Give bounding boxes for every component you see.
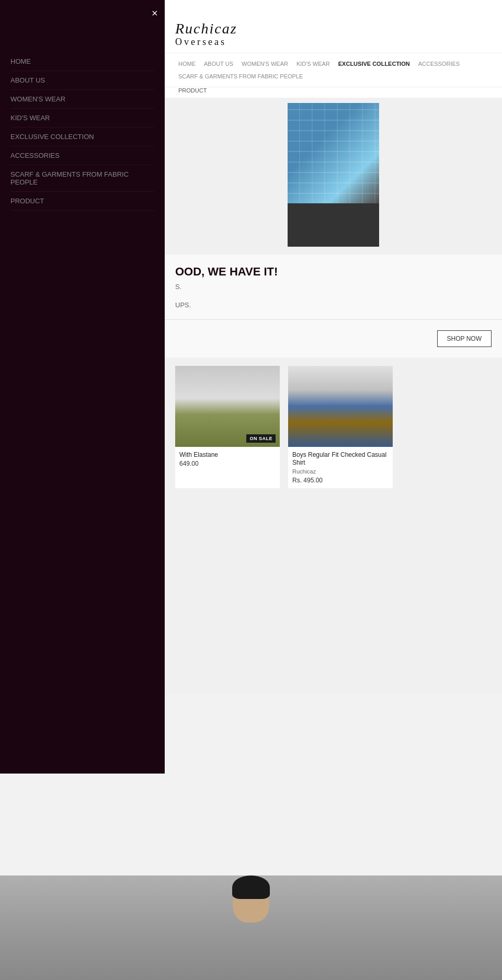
shop-now-section: SHOP NOW xyxy=(165,319,502,358)
nav-scarf-garments[interactable]: SCARF & GARMENTS FROM FABRIC PEOPLE xyxy=(175,71,306,82)
nav-exclusive-collection[interactable]: EXCLUSIVE COLLECTION xyxy=(335,59,413,69)
mobile-menu-item-product[interactable]: PRODUCT xyxy=(10,192,154,211)
mobile-menu-item-accessories[interactable]: ACCESSORIES xyxy=(10,146,154,165)
mobile-menu-item-womens[interactable]: WOMEN'S WEAR xyxy=(10,90,154,109)
mobile-menu-item-home[interactable]: HOME xyxy=(10,52,154,71)
mobile-menu-item-exclusive[interactable]: EXCLUSIVE COLLECTION xyxy=(10,128,154,146)
product-name-1: With Elastane xyxy=(179,451,276,459)
product-card-1[interactable]: ON SALE With Elastane 649.00 xyxy=(175,366,280,488)
main-nav: HOME ABOUT US WOMEN'S WEAR KID'S WEAR EX… xyxy=(165,53,502,87)
product-name-2: Boys Regular Fit Checked Casual Shirt xyxy=(292,451,389,467)
logo-line2: Overseas xyxy=(175,37,492,48)
product-info-2: Boys Regular Fit Checked Casual Shirt Ru… xyxy=(288,447,393,488)
top-bar: Log in Create account 🛒 0 Cart xyxy=(329,0,502,16)
product-image-2 xyxy=(288,366,393,447)
mobile-menu: HOME ABOUT US WOMEN'S WEAR KID'S WEAR EX… xyxy=(0,42,165,221)
site-header: Ruchicaz Overseas xyxy=(165,16,502,53)
product-brand-2: Ruchicaz xyxy=(292,468,389,475)
nav-accessories[interactable]: ACCESSORIES xyxy=(415,59,463,69)
sale-badge-1: ON SALE xyxy=(246,434,276,443)
nav-about[interactable]: ABOUT US xyxy=(201,59,236,69)
products-section: ON SALE With Elastane 649.00 Boys Regula… xyxy=(165,358,502,497)
spacer-section xyxy=(165,497,502,695)
hero-image xyxy=(288,103,379,247)
bottom-section xyxy=(0,875,502,980)
hero-section xyxy=(165,98,502,255)
close-menu-button[interactable]: × xyxy=(152,7,158,19)
hero-desc: S. xyxy=(175,283,492,291)
nav-product[interactable]: PRODUCT xyxy=(175,85,210,96)
nav-womens-wear[interactable]: WOMEN'S WEAR xyxy=(238,59,291,69)
mobile-menu-item-scarf[interactable]: SCARF & GARMENTS FROM FABRIC PEOPLE xyxy=(10,165,154,192)
mobile-menu-item-about[interactable]: ABOUT US xyxy=(10,71,154,90)
hero-desc2: UPS. xyxy=(175,301,492,309)
nav-kids-wear[interactable]: KID'S WEAR xyxy=(293,59,333,69)
product-info-1: With Elastane 649.00 xyxy=(175,447,280,472)
nav-row2: PRODUCT xyxy=(165,87,502,98)
hero-text-section: OOD, WE HAVE IT! S. UPS. xyxy=(165,255,502,319)
product-price-1: 649.00 xyxy=(179,460,276,467)
product-price-2: Rs. 495.00 xyxy=(292,477,389,484)
product-image-1: ON SALE xyxy=(175,366,280,447)
logo-line1: Ruchicaz xyxy=(175,20,237,37)
mobile-menu-item-kids[interactable]: KID'S WEAR xyxy=(10,109,154,128)
hero-headline: OOD, WE HAVE IT! xyxy=(175,265,492,279)
main-content-area: Log in Create account 🛒 0 Cart Ruchicaz … xyxy=(165,0,502,695)
bottom-person-image xyxy=(220,875,282,980)
site-logo[interactable]: Ruchicaz Overseas xyxy=(175,21,492,48)
nav-home[interactable]: HOME xyxy=(175,59,199,69)
product-card-2[interactable]: Boys Regular Fit Checked Casual Shirt Ru… xyxy=(288,366,393,488)
shop-now-button[interactable]: SHOP NOW xyxy=(437,330,492,347)
